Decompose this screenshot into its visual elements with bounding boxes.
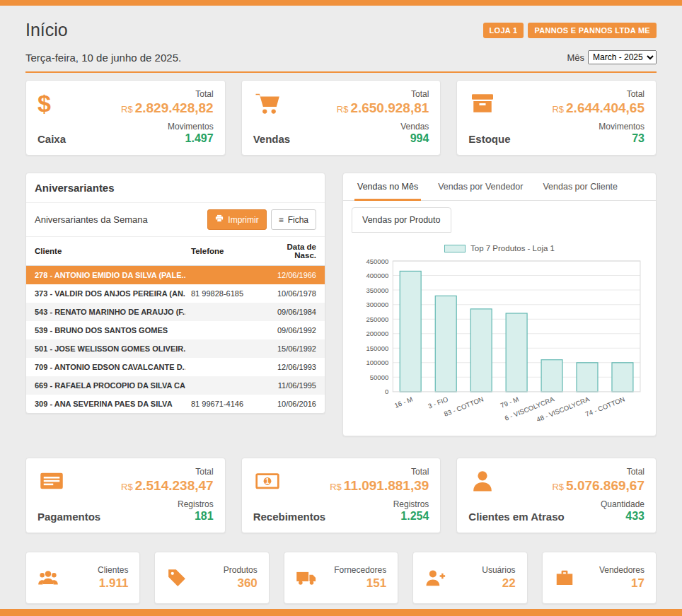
table-row[interactable]: 373 - VALDIR DOS ANJOS PEREIRA (AN... 81… bbox=[26, 284, 325, 303]
table-row[interactable]: 501 - JOSE WELISSON GOMES OLIVEIR... 15/… bbox=[26, 339, 325, 358]
print-button[interactable]: Imprimir bbox=[207, 209, 266, 230]
svg-text:50000: 50000 bbox=[370, 373, 389, 381]
subtab-vendas-por-produto[interactable]: Vendas por Produto bbox=[352, 207, 451, 233]
amount-value: 5.076.869,67 bbox=[566, 478, 645, 493]
card-title: Recebimentos bbox=[253, 511, 326, 523]
currency-prefix: R$ bbox=[121, 482, 133, 492]
col-data-nasc: Data de Nasc. bbox=[263, 237, 325, 266]
tab-vendas-no-mes[interactable]: Vendas no Mês bbox=[347, 173, 428, 200]
svg-text:74 - COTTON: 74 - COTTON bbox=[584, 395, 626, 418]
card-title: Pagamentos bbox=[37, 511, 100, 523]
legend-swatch bbox=[444, 245, 466, 252]
stat-card-estoque: Total R$2.644.404,65 Estoque Movimentos … bbox=[456, 80, 657, 156]
total-label: Total bbox=[121, 89, 214, 99]
date-row: Terça-feira, 10 de junho de 2025. Mês Ma… bbox=[25, 50, 657, 73]
birthdays-title: Aniversariantes bbox=[26, 173, 325, 203]
total-label: Total bbox=[337, 89, 429, 99]
client-name: 539 - BRUNO DOS SANTOS GOMES bbox=[26, 321, 185, 339]
card-icon bbox=[37, 467, 66, 495]
total-label: Total bbox=[330, 467, 429, 477]
sales-panel: Vendas no Mês Vendas por Vendedor Vendas… bbox=[342, 173, 657, 436]
currency-prefix: R$ bbox=[330, 482, 342, 492]
sales-subtabs: Vendas por Produto bbox=[343, 201, 656, 233]
client-name: 709 - ANTONIO EDSON CAVALCANTE D... bbox=[26, 358, 185, 376]
store-badges: LOJA 1 PANNOS E PANNOS LTDA ME bbox=[483, 23, 657, 38]
currency-prefix: R$ bbox=[552, 104, 564, 115]
count-label: Movimentos bbox=[168, 122, 214, 132]
mini-card-fornecedores: Fornecedores 151 bbox=[284, 552, 398, 604]
client-birthdate: 12/06/1966 bbox=[263, 266, 325, 285]
total-amount: R$2.829.428,82 bbox=[121, 100, 214, 116]
legend-label: Top 7 Produtos - Loja 1 bbox=[470, 244, 555, 252]
svg-text:150000: 150000 bbox=[366, 344, 388, 352]
svg-text:400000: 400000 bbox=[366, 272, 388, 279]
col-cliente: Cliente bbox=[26, 237, 185, 266]
money-icon: 1 bbox=[253, 467, 282, 495]
svg-text:300000: 300000 bbox=[366, 301, 388, 308]
total-label: Total bbox=[552, 89, 645, 99]
count-label: Quantidade bbox=[601, 499, 645, 509]
mini-label: Clientes bbox=[98, 565, 128, 575]
month-label: Mês bbox=[567, 52, 584, 63]
client-name: 543 - RENATO MARINHO DE ARAUJO (F... bbox=[26, 303, 185, 321]
mini-card-clientes: Clientes 1.911 bbox=[25, 552, 140, 604]
currency-prefix: R$ bbox=[121, 104, 133, 115]
svg-text:200000: 200000 bbox=[366, 330, 388, 337]
mini-value: 17 bbox=[599, 576, 645, 591]
mini-card-vendedores: Vendedores 17 bbox=[542, 552, 657, 604]
total-label: Total bbox=[552, 467, 645, 477]
table-row[interactable]: 309 - ANA SEVERINA PAES DA SILVA 81 9967… bbox=[26, 395, 325, 413]
tab-vendas-por-vendedor[interactable]: Vendas por Vendedor bbox=[428, 173, 533, 200]
count-value: 181 bbox=[178, 510, 214, 523]
client-name: 501 - JOSE WELISSON GOMES OLIVEIR... bbox=[26, 339, 185, 358]
amount-value: 2.650.928,81 bbox=[350, 100, 429, 115]
sales-tabs: Vendas no Mês Vendas por Vendedor Vendas… bbox=[343, 173, 656, 201]
svg-text:79 - M: 79 - M bbox=[499, 395, 520, 409]
current-date: Terça-feira, 10 de junho de 2025. bbox=[25, 52, 181, 64]
table-header-row: Cliente Telefone Data de Nasc. bbox=[26, 237, 325, 266]
table-row[interactable]: 539 - BRUNO DOS SANTOS GOMES 09/06/1992 bbox=[26, 321, 325, 339]
client-birthdate: 10/06/2016 bbox=[263, 395, 325, 413]
amount-value: 11.091.881,39 bbox=[344, 478, 429, 493]
stat-card-pagamentos: Total R$2.514.238,47 Pagamentos Registro… bbox=[25, 458, 226, 533]
mini-value: 22 bbox=[482, 576, 515, 591]
svg-text:100000: 100000 bbox=[366, 359, 388, 366]
mini-label: Fornecedores bbox=[334, 565, 386, 575]
client-birthdate: 12/06/1993 bbox=[263, 358, 325, 376]
svg-text:450000: 450000 bbox=[366, 257, 388, 265]
company-badge[interactable]: PANNOS E PANNOS LTDA ME bbox=[528, 23, 657, 38]
birthdays-subtitle: Aniversariantes da Semana bbox=[35, 214, 148, 225]
amount-value: 2.644.404,65 bbox=[566, 100, 645, 115]
person-icon bbox=[468, 467, 497, 495]
tab-vendas-por-cliente[interactable]: Vendas por Cliente bbox=[533, 173, 628, 200]
tag-icon bbox=[166, 567, 187, 588]
client-phone bbox=[185, 321, 263, 339]
page-header: Início LOJA 1 PANNOS E PANNOS LTDA ME bbox=[25, 6, 657, 40]
client-birthdate: 09/06/1992 bbox=[263, 321, 325, 339]
bar-chart: 0500001000001500002000002500003000003500… bbox=[353, 257, 646, 427]
count-label: Vendas bbox=[400, 122, 429, 132]
birthdays-table: Cliente Telefone Data de Nasc. 278 - ANT… bbox=[26, 237, 325, 413]
total-amount: R$2.644.404,65 bbox=[552, 100, 645, 116]
svg-text:350000: 350000 bbox=[366, 286, 388, 294]
count-label: Registros bbox=[178, 499, 214, 509]
chart-area: Top 7 Produtos - Loja 1 0500001000001500… bbox=[343, 233, 656, 429]
amount-value: 2.829.428,82 bbox=[135, 100, 214, 115]
table-row[interactable]: 669 - RAFAELA PROCOPIO DA SILVA CA... 11… bbox=[26, 376, 325, 395]
ficha-label: Ficha bbox=[288, 215, 308, 225]
svg-text:16 - M: 16 - M bbox=[393, 395, 414, 409]
store-badge[interactable]: LOJA 1 bbox=[483, 23, 524, 38]
month-select[interactable]: March - 2025 bbox=[588, 50, 657, 64]
table-row[interactable]: 709 - ANTONIO EDSON CAVALCANTE D... 12/0… bbox=[26, 358, 325, 376]
page-title: Início bbox=[25, 20, 68, 40]
stat-card-caixa: $ Total R$2.829.428,82 Caixa Movimentos … bbox=[25, 80, 226, 156]
table-row[interactable]: 543 - RENATO MARINHO DE ARAUJO (F... 09/… bbox=[26, 303, 325, 321]
table-row[interactable]: 278 - ANTONIO EMIDIO DA SILVA (PALE... 1… bbox=[26, 266, 325, 285]
stat-card-recebimentos: 1 Total R$11.091.881,39 Recebimentos Reg… bbox=[241, 458, 441, 533]
client-phone: 81 99828-6185 bbox=[185, 284, 263, 303]
cart-icon bbox=[253, 89, 282, 117]
dollar-icon: $ bbox=[37, 89, 66, 117]
top-accent-bar bbox=[0, 0, 682, 6]
total-amount: R$2.650.928,81 bbox=[337, 100, 429, 116]
ficha-button[interactable]: ≡ Ficha bbox=[271, 209, 316, 230]
